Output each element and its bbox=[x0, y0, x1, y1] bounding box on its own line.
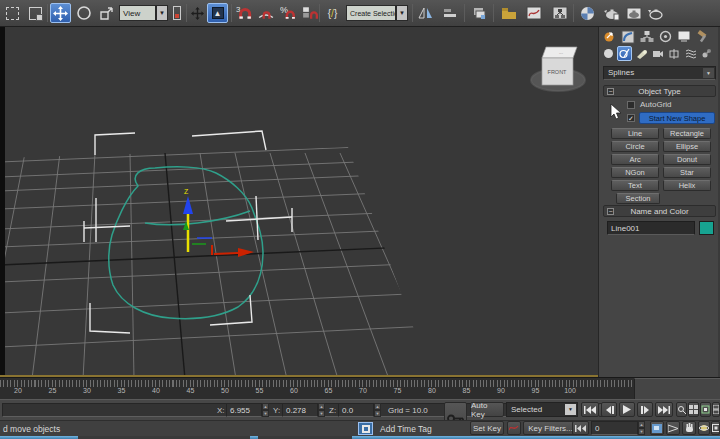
object-name-field[interactable]: Line001 bbox=[607, 221, 695, 235]
object-type-button-star[interactable]: Star bbox=[663, 167, 711, 178]
go-to-end-button[interactable] bbox=[655, 402, 673, 417]
select-rotate-button[interactable] bbox=[73, 3, 94, 23]
selection-set-dropdown[interactable]: Selected ▼ bbox=[506, 402, 578, 417]
snap-3d-icon[interactable]: 3 bbox=[233, 3, 254, 23]
orbit-icon[interactable] bbox=[698, 421, 710, 435]
frame-spinner[interactable]: ▲▼ bbox=[638, 421, 645, 435]
y-coord-spinner[interactable]: ▲▼ bbox=[318, 403, 325, 417]
go-to-start-button[interactable] bbox=[581, 402, 599, 417]
fov-icon[interactable] bbox=[666, 421, 680, 435]
viewcube[interactable]: FRONT --- bbox=[531, 47, 585, 91]
edit-named-sets-icon[interactable]: {/} bbox=[322, 3, 343, 23]
shape-category-dropdown[interactable]: Splines ▼ bbox=[603, 66, 716, 80]
reference-coordinate-dropdown[interactable]: View bbox=[119, 5, 156, 21]
maximize-viewport-icon[interactable] bbox=[711, 421, 720, 435]
mirror-icon[interactable] bbox=[415, 3, 436, 23]
tab-modify[interactable] bbox=[619, 29, 636, 44]
object-type-button-ngon[interactable]: NGon bbox=[611, 167, 659, 178]
z-coord-field[interactable]: 0.0 bbox=[338, 403, 374, 417]
name-color-rollout-header[interactable]: −Name and Color bbox=[603, 205, 716, 217]
object-type-button-line[interactable]: Line bbox=[611, 128, 659, 139]
tab-utilities[interactable] bbox=[694, 29, 711, 44]
zoom-icon[interactable] bbox=[676, 402, 687, 417]
select-scale-button[interactable] bbox=[96, 3, 117, 23]
named-selection-set-arrow[interactable]: ▼ bbox=[396, 5, 408, 21]
chevron-down-icon[interactable]: ▼ bbox=[703, 68, 714, 78]
timeline-right-spacer bbox=[634, 378, 720, 400]
timeline-ticks bbox=[0, 380, 634, 387]
pan-icon[interactable] bbox=[682, 421, 696, 435]
reference-coordinate-arrow[interactable]: ▼ bbox=[156, 5, 168, 21]
collapse-icon[interactable]: − bbox=[607, 88, 614, 95]
subtab-systems[interactable] bbox=[699, 46, 714, 61]
add-time-tag[interactable]: Add Time Tag bbox=[380, 424, 432, 434]
object-type-button-circle[interactable]: Circle bbox=[611, 141, 659, 152]
auto-key-button[interactable]: Auto Key bbox=[470, 402, 504, 417]
render-setup-icon[interactable] bbox=[601, 3, 622, 23]
tab-create[interactable] bbox=[601, 29, 618, 44]
key-filter-curve-icon[interactable] bbox=[507, 421, 521, 435]
zoom-all-icon[interactable] bbox=[688, 402, 699, 417]
play-button[interactable] bbox=[619, 402, 635, 417]
set-key-button[interactable]: Set Key bbox=[470, 421, 504, 435]
rectangular-selection-region-icon[interactable] bbox=[2, 3, 23, 23]
select-manipulate-icon[interactable] bbox=[188, 3, 206, 23]
align-icon[interactable] bbox=[439, 3, 460, 23]
tab-motion[interactable] bbox=[657, 29, 674, 44]
object-color-swatch[interactable] bbox=[699, 221, 714, 235]
start-new-shape-button[interactable]: Start New Shape bbox=[639, 112, 715, 124]
current-frame-field[interactable]: 0 bbox=[591, 421, 638, 435]
layer-manager-icon[interactable] bbox=[469, 3, 490, 23]
track-bar[interactable]: 20253035404550556065707580859095100 bbox=[0, 377, 720, 399]
subtab-helpers[interactable] bbox=[667, 46, 682, 61]
object-type-button-section[interactable]: Section bbox=[616, 193, 660, 204]
scene-folder-icon[interactable] bbox=[498, 3, 519, 23]
x-coord-field[interactable]: 6.955 bbox=[226, 403, 262, 417]
previous-frame-button[interactable] bbox=[601, 402, 617, 417]
zoom-extents-icon[interactable] bbox=[700, 402, 711, 417]
collapse-icon[interactable]: − bbox=[607, 208, 614, 215]
schematic-view-icon[interactable] bbox=[549, 3, 570, 23]
next-frame-button[interactable] bbox=[637, 402, 653, 417]
object-type-button-donut[interactable]: Donut bbox=[663, 154, 711, 165]
window-crossing-icon[interactable] bbox=[25, 3, 46, 23]
percent-snap-icon[interactable]: % bbox=[277, 3, 298, 23]
autogrid-checkbox[interactable] bbox=[627, 101, 635, 109]
angle-snap-icon[interactable] bbox=[255, 3, 276, 23]
object-type-rollout-header[interactable]: −Object Type bbox=[603, 85, 716, 97]
rendered-frame-icon[interactable] bbox=[623, 3, 644, 23]
object-type-button-rectangle[interactable]: Rectangle bbox=[663, 128, 711, 139]
toolbar-separator bbox=[231, 4, 232, 22]
keyboard-override-toggle[interactable]: ▲ bbox=[207, 3, 228, 23]
object-type-button-helix[interactable]: Helix bbox=[663, 180, 711, 191]
key-filters-button[interactable]: Key Filters... bbox=[523, 421, 578, 435]
subtab-space-warps[interactable] bbox=[683, 46, 698, 61]
chevron-down-icon[interactable]: ▼ bbox=[565, 404, 576, 415]
subtab-cameras[interactable] bbox=[650, 46, 665, 61]
spinner-snap-icon[interactable] bbox=[299, 3, 320, 23]
start-new-shape-checkbox[interactable]: ✓ bbox=[627, 114, 635, 122]
render-production-icon[interactable] bbox=[645, 3, 666, 23]
object-type-button-text[interactable]: Text bbox=[611, 180, 659, 191]
subtab-lights[interactable] bbox=[634, 46, 649, 61]
object-type-button-arc[interactable]: Arc bbox=[611, 154, 659, 165]
z-coord-spinner[interactable]: ▲▼ bbox=[374, 403, 381, 417]
curve-editor-icon[interactable] bbox=[523, 3, 544, 23]
x-coord-spinner[interactable]: ▲▼ bbox=[262, 403, 269, 417]
key-mode-toggle[interactable] bbox=[572, 421, 589, 435]
zoom-region-icon[interactable] bbox=[650, 421, 664, 435]
material-editor-icon[interactable] bbox=[577, 3, 598, 23]
tab-hierarchy[interactable] bbox=[638, 29, 655, 44]
notification-icon[interactable] bbox=[358, 422, 373, 435]
move-gizmo[interactable]: Z bbox=[183, 188, 254, 257]
subtab-geometry[interactable] bbox=[601, 46, 616, 61]
zoom-extents-all-icon[interactable] bbox=[712, 402, 720, 417]
object-type-button-ellipse[interactable]: Ellipse bbox=[663, 141, 711, 152]
perspective-viewport[interactable]: Z FRONT --- bbox=[0, 27, 598, 377]
tab-display[interactable] bbox=[675, 29, 692, 44]
subtab-shapes[interactable] bbox=[617, 46, 632, 61]
y-coord-field[interactable]: 0.278 bbox=[282, 403, 318, 417]
named-selection-set-field[interactable]: Create Selection Se bbox=[346, 5, 396, 21]
use-pivot-center-icon[interactable] bbox=[170, 3, 184, 23]
select-move-button[interactable] bbox=[50, 3, 71, 23]
